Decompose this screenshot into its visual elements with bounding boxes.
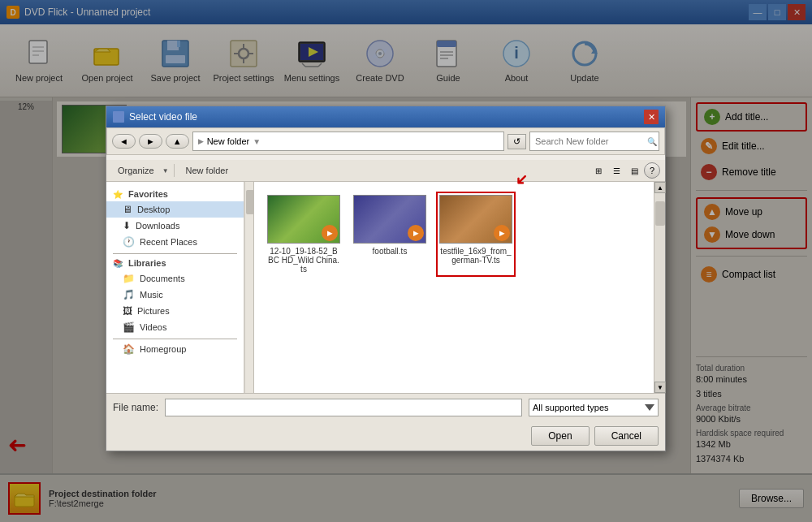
file-thumbnails: ▶ 12-10_19-18-52_BBC HD_Wild China.ts ▶ …	[261, 188, 647, 280]
address-dropdown-icon[interactable]: ▼	[253, 137, 261, 146]
sidebar-scrollbar-thumb[interactable]	[246, 190, 254, 214]
file-name-3: testfile_16x9_from_german-TV.ts	[439, 247, 512, 265]
sidebar-item-downloads[interactable]: ⬇ Downloads	[106, 218, 244, 234]
new-folder-button[interactable]: New folder	[179, 164, 235, 177]
file-item-2[interactable]: ▶ football.ts	[353, 195, 426, 274]
view-toggle: ⊞ ☰ ▤ ?	[590, 162, 660, 179]
file-name-1: 12-10_19-18-52_BBC HD_Wild China.ts	[267, 247, 340, 274]
vlc-icon-2: ▶	[408, 225, 424, 241]
organize-arrow-icon: ▼	[162, 167, 169, 175]
modal-toolbar: ◄ ► ▲ ▶ New folder ▼ ↺ 🔍	[106, 127, 665, 155]
documents-icon: 📁	[123, 273, 135, 284]
music-icon: 🎵	[123, 289, 135, 300]
favorites-header: ⭐ Favorites	[106, 187, 244, 201]
recent-places-icon: 🕐	[123, 236, 135, 248]
file-sidebar: ⭐ Favorites 🖥 Desktop ⬇ Downloads 🕐 Rece…	[106, 182, 244, 393]
sidebar-item-desktop[interactable]: 🖥 Desktop	[106, 201, 244, 218]
sidebar-item-music[interactable]: 🎵 Music	[106, 287, 244, 303]
sidebar-scrollbar[interactable]	[244, 182, 254, 393]
address-text: New folder	[207, 136, 250, 146]
file-browser: ⭐ Favorites 🖥 Desktop ⬇ Downloads 🕐 Rece…	[106, 182, 665, 393]
view-icon-button-3[interactable]: ▤	[626, 162, 642, 179]
help-button[interactable]: ?	[644, 162, 660, 179]
scroll-down-button[interactable]: ▼	[654, 382, 666, 393]
modal-footer-buttons: Open Cancel	[106, 421, 665, 451]
libraries-section: 📚 Libraries 📁 Documents 🎵 Music 🖼 Pictur…	[106, 256, 244, 335]
homegroup-icon: 🏠	[123, 343, 135, 355]
downloads-icon: ⬇	[123, 220, 131, 231]
search-icon: 🔍	[647, 137, 657, 146]
filetype-select[interactable]: All supported types	[529, 399, 659, 416]
filename-input[interactable]	[165, 399, 522, 416]
scroll-up-button[interactable]: ▲	[654, 182, 666, 193]
file-thumb-2: ▶	[353, 195, 426, 244]
modal-organize-toolbar: Organize ▼ New folder ⊞ ☰ ▤ ?	[106, 160, 665, 182]
view-icon-button-1[interactable]: ⊞	[590, 162, 607, 179]
scroll-track	[654, 193, 665, 382]
nav-up-button[interactable]: ▲	[166, 134, 189, 149]
vlc-icon-1: ▶	[322, 225, 338, 241]
modal-footer-filename: File name: All supported types	[106, 393, 665, 421]
videos-icon: 🎬	[123, 321, 135, 333]
file-name-2: football.ts	[373, 247, 408, 256]
file-area-scrollbar: ▲ ▼	[654, 182, 665, 393]
file-item-1[interactable]: ▶ 12-10_19-18-52_BBC HD_Wild China.ts	[267, 195, 340, 274]
file-thumb-3: ▶	[439, 195, 512, 244]
refresh-button[interactable]: ↺	[508, 134, 526, 149]
filename-label: File name:	[113, 402, 158, 413]
sidebar-item-homegroup[interactable]: 🏠 Homegroup	[106, 341, 244, 357]
sidebar-item-videos[interactable]: 🎬 Videos	[106, 319, 244, 335]
favorites-section: ⭐ Favorites 🖥 Desktop ⬇ Downloads 🕐 Rece…	[106, 187, 244, 250]
desktop-icon: 🖥	[123, 204, 132, 215]
nav-forward-button[interactable]: ►	[139, 134, 162, 149]
nav-back-button[interactable]: ◄	[112, 134, 136, 149]
sidebar-item-pictures[interactable]: 🖼 Pictures	[106, 303, 244, 319]
file-area: ▶ 12-10_19-18-52_BBC HD_Wild China.ts ▶ …	[254, 182, 654, 393]
sidebar-item-documents[interactable]: 📁 Documents	[106, 270, 244, 287]
file-thumb-1: ▶	[267, 195, 340, 244]
modal-close-button[interactable]: ✕	[644, 110, 659, 124]
pictures-icon: 🖼	[123, 305, 132, 317]
file-item-3[interactable]: ➜ ▶ testfile_16x9_from_german-TV.ts	[439, 195, 512, 274]
search-input[interactable]	[535, 136, 647, 146]
file-scrollbar-thumb[interactable]	[655, 201, 665, 226]
modal-content-area: Organize ▼ New folder ⊞ ☰ ▤ ? ⭐ Favorite…	[106, 160, 665, 393]
cancel-button[interactable]: Cancel	[594, 426, 659, 446]
modal-icon	[113, 111, 124, 123]
select-video-modal: Select video file ✕ ◄ ► ▲ ▶ New folder ▼…	[106, 106, 666, 451]
search-bar: 🔍	[529, 132, 659, 151]
open-button[interactable]: Open	[531, 426, 589, 446]
modal-title-bar: Select video file ✕	[106, 106, 665, 127]
libraries-header: 📚 Libraries	[106, 256, 244, 270]
vlc-icon-3: ▶	[494, 225, 510, 241]
sidebar-item-recent-places[interactable]: 🕐 Recent Places	[106, 234, 244, 250]
organize-button[interactable]: Organize	[111, 164, 161, 177]
view-icon-button-2[interactable]: ☰	[608, 162, 624, 179]
address-bar: ▶ New folder ▼	[192, 132, 504, 151]
modal-title: Select video file	[129, 111, 197, 123]
